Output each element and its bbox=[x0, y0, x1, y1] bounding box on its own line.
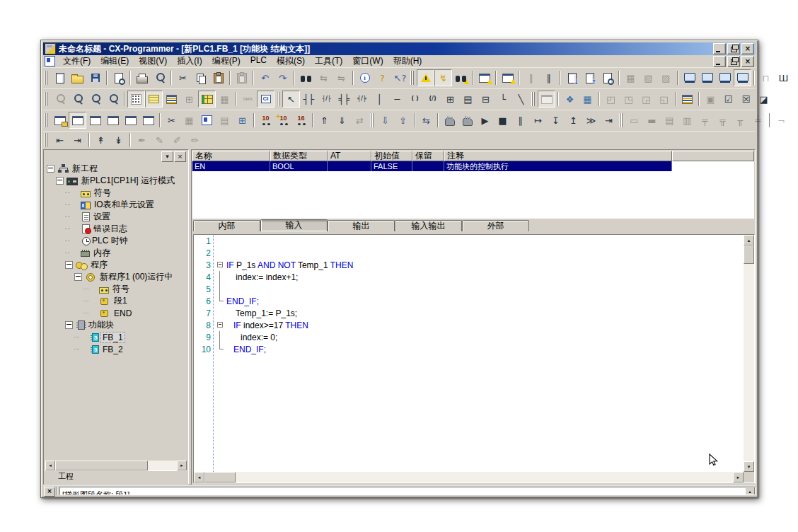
go-to-top-button[interactable]: ↟ bbox=[92, 132, 110, 149]
page-setup-button[interactable] bbox=[110, 69, 127, 86]
editor-vertical-scrollbar[interactable]: ▴ ▾ bbox=[744, 235, 754, 472]
menu-edit[interactable]: 编辑(E) bbox=[96, 54, 134, 68]
indent-button[interactable]: ⇥ bbox=[69, 132, 86, 149]
toolbar-grip[interactable] bbox=[531, 92, 535, 106]
toggle-output-window-button[interactable] bbox=[69, 112, 86, 129]
tree-node-function-blocks[interactable]: 功能块 bbox=[45, 319, 187, 331]
work-online-simulator-button[interactable] bbox=[458, 112, 476, 129]
tree-node-fb1[interactable]: FB_1 bbox=[45, 331, 187, 343]
show-rung-comments-button[interactable] bbox=[145, 91, 163, 108]
st-editor[interactable]: 123IF P_1s AND NOT Temp_1 THEN4 index:= … bbox=[193, 234, 755, 483]
tree-node-new-project[interactable]: 新工程 bbox=[45, 163, 187, 175]
fb-memory-view-button[interactable]: ⊞ bbox=[233, 112, 251, 129]
code-line-4[interactable]: 4 index:= index+1; bbox=[194, 271, 744, 283]
transfer-to-plc-button[interactable]: ⇩ bbox=[376, 112, 394, 129]
toggle-workspace-button[interactable] bbox=[51, 112, 69, 129]
work-online-button[interactable] bbox=[441, 112, 458, 129]
tab-input[interactable]: 输入 bbox=[260, 219, 328, 231]
tree-expander[interactable] bbox=[74, 273, 82, 281]
code-line-1[interactable]: 1 bbox=[194, 235, 744, 247]
force-set-button[interactable]: ⇑ bbox=[316, 112, 333, 129]
monitor-in-rung-button[interactable] bbox=[698, 69, 716, 86]
column-header-initial-value[interactable]: 初始值 bbox=[371, 151, 412, 161]
force-off-button[interactable]: ☒ bbox=[737, 91, 755, 108]
fold-marker-start[interactable] bbox=[215, 259, 226, 271]
tab-output[interactable]: 输出 bbox=[328, 220, 395, 231]
scroll-right-icon[interactable]: ▸ bbox=[177, 461, 187, 470]
document-icon[interactable] bbox=[45, 56, 55, 66]
new-vertical-line-button[interactable]: │ bbox=[371, 91, 388, 108]
save-file-button[interactable] bbox=[86, 69, 104, 86]
monitor-hex-button[interactable]: 16 bbox=[292, 112, 310, 129]
toolbar-grip[interactable] bbox=[410, 71, 414, 85]
compare-with-plc-button[interactable] bbox=[598, 69, 616, 86]
menu-program[interactable]: 编程(P) bbox=[207, 54, 245, 68]
show-symbol-comments-button[interactable]: CI bbox=[257, 91, 274, 108]
variable-row[interactable]: ENBOOLFALSE功能块的控制执行 bbox=[192, 161, 754, 171]
monitor-window-button[interactable] bbox=[716, 69, 734, 86]
tab-external[interactable]: 外部 bbox=[462, 220, 529, 231]
close-button[interactable]: × bbox=[741, 56, 754, 67]
online-simulation-button[interactable]: ↯ bbox=[434, 69, 452, 86]
selection-mode-button[interactable]: ↖ bbox=[282, 91, 300, 108]
scroll-left-icon[interactable]: ◂ bbox=[194, 472, 204, 482]
toolbar-grip[interactable] bbox=[45, 133, 48, 147]
edit-fb-definition-button[interactable]: ✂ bbox=[163, 112, 180, 129]
new-closed-contact-button[interactable]: ┤/├ bbox=[318, 91, 335, 108]
new-or-contact-button[interactable]: ╡╞ bbox=[335, 91, 353, 108]
fb-protect-button[interactable] bbox=[198, 112, 216, 129]
restore-button[interactable] bbox=[727, 43, 740, 54]
tree-node-symbols[interactable]: 符号 bbox=[45, 187, 187, 199]
scan-run-button[interactable]: ⇥ bbox=[600, 112, 618, 129]
new-closed-or-contact-button[interactable]: ╡/╞ bbox=[353, 91, 371, 108]
step-out-button[interactable]: ↥ bbox=[565, 112, 582, 129]
about-button[interactable]: i bbox=[356, 69, 374, 86]
run-to-cursor-button[interactable]: ↦ bbox=[529, 112, 547, 129]
workspace-close-button[interactable]: × bbox=[174, 151, 186, 162]
output-close-button[interactable]: × bbox=[44, 487, 55, 497]
redo-button[interactable]: ↷ bbox=[274, 69, 291, 86]
toolbar-grip[interactable] bbox=[45, 113, 48, 127]
tree-node-fb2[interactable]: FB_2 bbox=[45, 343, 187, 355]
code-line-8[interactable]: 8 IF index>=17 THEN bbox=[194, 319, 744, 331]
delete-line-button[interactable]: ╲ bbox=[512, 91, 530, 108]
new-fb-parameter-button[interactable]: ⊟ bbox=[477, 91, 495, 108]
tree-horizontal-scrollbar[interactable]: ◂ ▸ bbox=[45, 461, 187, 470]
step-in-button[interactable]: ↧ bbox=[547, 112, 565, 129]
tree-node-plc-clock[interactable]: PLC 时钟 bbox=[45, 235, 187, 247]
toolbar-grip[interactable] bbox=[370, 113, 374, 127]
pause-button[interactable]: ∥ bbox=[540, 69, 557, 86]
undo-button[interactable]: ↶ bbox=[256, 69, 274, 86]
new-fb-invocation-button[interactable]: ▤ bbox=[459, 91, 477, 108]
compare-program-button[interactable]: ⇆ bbox=[417, 112, 435, 129]
code-line-9[interactable]: 9 index:= 0; bbox=[194, 331, 744, 343]
editor-horizontal-scrollbar[interactable]: ◂ ▸ bbox=[194, 472, 744, 482]
tab-input-output[interactable]: 输入输出 bbox=[395, 220, 462, 231]
scroll-left-icon[interactable]: ◂ bbox=[45, 461, 55, 470]
scrollbar-thumb[interactable] bbox=[204, 472, 236, 482]
restore-button[interactable] bbox=[727, 56, 740, 67]
tree-expander[interactable] bbox=[47, 165, 54, 173]
menu-file[interactable]: 文件(F) bbox=[58, 54, 96, 68]
code-line-2[interactable]: 2 bbox=[194, 247, 744, 259]
tree-node-end-section[interactable]: END bbox=[45, 307, 187, 319]
menu-insert[interactable]: 插入(I) bbox=[172, 54, 207, 68]
toolbar-grip[interactable] bbox=[276, 92, 279, 106]
pause-simulation-button[interactable]: ∥ bbox=[511, 112, 529, 129]
cut-button[interactable]: ✂ bbox=[174, 69, 192, 86]
tree-node-programs[interactable]: 程序 bbox=[45, 259, 187, 271]
connect-line-button[interactable]: └ bbox=[495, 91, 512, 108]
continuous-step-run-button[interactable]: ≫ bbox=[582, 112, 600, 129]
toggle-local-symbols-button[interactable] bbox=[122, 112, 139, 129]
tree-node-program1[interactable]: 新程序1 (00)运行中 bbox=[45, 271, 187, 283]
open-file-button[interactable] bbox=[69, 69, 86, 86]
copy-button[interactable] bbox=[192, 69, 209, 86]
tree-expander[interactable] bbox=[65, 261, 73, 269]
menu-plc[interactable]: PLC bbox=[245, 54, 272, 68]
scroll-up-icon[interactable]: ▴ bbox=[744, 235, 754, 245]
tree-node-new-plc1[interactable]: 新PLC1[CP1H] 运行模式 bbox=[45, 175, 187, 187]
code-line-5[interactable]: 5 bbox=[194, 283, 744, 295]
force-on-button[interactable]: ☑ bbox=[719, 91, 737, 108]
column-header-comment[interactable]: 注释 bbox=[444, 151, 672, 161]
menu-view[interactable]: 视图(V) bbox=[134, 54, 172, 68]
